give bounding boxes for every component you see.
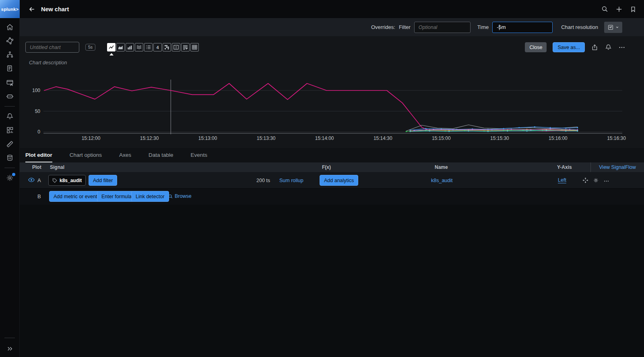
svg-text:15:15:30: 15:15:30 [490,135,509,141]
chart-type-heatmap[interactable] [163,43,171,51]
chart-type-event-feed[interactable] [172,43,180,51]
chevrons-right-icon [6,345,14,353]
selected-type-caret [109,53,114,55]
arrow-left-icon [28,5,36,13]
metrics-ruler-icon[interactable] [0,137,20,151]
bookmark-icon[interactable] [630,6,637,13]
page-title: New chart [41,6,69,12]
col-signal: Signal [50,164,64,170]
browse-search-icon [168,194,173,199]
signal-pill-k8s-audit[interactable]: k8s_audit [48,175,86,186]
chart-title-input[interactable] [25,42,79,53]
resolution-badge: 5s [85,44,95,51]
add-metric-or-event-button[interactable]: Add metric or event [49,191,101,202]
add-filter-button[interactable]: Add filter [89,175,117,186]
plot-name-link[interactable]: k8s_audit [431,178,453,183]
rum-icon[interactable] [0,76,20,90]
link-detector-button[interactable]: Link detector [131,191,169,202]
svg-text:15:13:30: 15:13:30 [257,135,276,141]
dashboards-icon[interactable] [0,123,20,137]
col-y-axis: Y-Axis [557,164,572,170]
chart-description-input[interactable]: Chart description [29,60,67,66]
app-root: splunk> New chart [0,0,644,357]
data-management-icon[interactable] [0,151,20,165]
chart-type-table[interactable] [190,43,199,51]
save-as-button[interactable]: Save as... [553,42,585,52]
rollup-link[interactable]: Sum rollup [279,178,303,183]
y-axis-link[interactable]: Left [558,177,566,183]
splunk-logo[interactable]: splunk> [0,0,20,18]
tab-axes[interactable]: Axes [119,148,131,162]
svg-text:15:14:30: 15:14:30 [374,135,392,141]
svg-text:15:12:00: 15:12:00 [82,135,101,141]
settings-gear-icon[interactable] [0,171,20,185]
plot-row-a: A k8s_audit Add filter 200 ts Sum rollup… [20,172,644,189]
overrides-label: Overrides: [371,24,395,30]
overrides-bar: Overrides: Filter Time Chart resolution [20,18,644,36]
main-content: Overrides: Filter Time Chart resolution … [20,18,644,357]
filter-input[interactable] [414,22,471,33]
search-icon[interactable] [601,5,609,13]
tab-events[interactable]: Events [191,148,207,162]
time-label: Time [477,24,489,30]
chart-panel: 5s [20,36,644,148]
move-plot-icon[interactable] [582,177,589,184]
visibility-eye-icon[interactable] [28,177,35,183]
tag-icon [52,178,57,183]
home-icon[interactable] [0,20,20,34]
chevron-down-icon [615,25,619,29]
plus-icon[interactable] [615,5,623,13]
row-more-options-icon[interactable] [603,178,609,184]
chart-type-text-note[interactable] [181,43,190,51]
chart-plot-area[interactable]: 05010015:12:0015:12:3015:13:0015:13:3015… [25,74,628,144]
tab-plot-editor[interactable]: Plot editor [25,148,52,162]
svg-text:15:16:30: 15:16:30 [607,135,626,141]
topnav-actions [601,5,637,13]
chart-type-list[interactable] [144,43,153,51]
chart-type-histogram[interactable] [135,43,143,51]
tab-data-table[interactable]: Data table [149,148,173,162]
alerts-bell-icon[interactable] [0,109,20,123]
signal-tag-label: k8s_audit [60,178,82,183]
back-button[interactable] [28,5,36,13]
chart-type-line[interactable] [107,43,116,51]
log-observer-icon[interactable] [0,62,20,76]
more-options-icon[interactable] [618,44,625,51]
resolution-chart-icon [607,24,614,31]
infrastructure-icon[interactable] [0,48,20,62]
chart-type-toolbar: 4 [107,43,199,51]
close-button[interactable]: Close [525,42,547,52]
text-caret [499,25,500,30]
filter-label: Filter [399,24,411,30]
svg-text:15:14:00: 15:14:00 [315,135,334,141]
enter-formula-button[interactable]: Enter formula [97,191,136,202]
apm-icon[interactable] [0,34,20,48]
timeseries-count: 200 ts [256,178,270,183]
svg-text:4: 4 [157,45,159,50]
tab-chart-options[interactable]: Chart options [70,148,102,162]
svg-text:15:13:00: 15:13:00 [198,135,217,141]
plot-config-gear-icon[interactable] [593,177,599,183]
svg-text:50: 50 [35,109,41,114]
left-sidebar [0,18,20,357]
plot-table-header: Plot Signal F(x) Name Y-Axis View Signal… [20,162,644,172]
share-icon[interactable] [591,43,599,51]
sidebar-collapse-button[interactable] [0,341,20,356]
browse-link[interactable]: Browse [168,193,192,199]
synthetics-icon[interactable] [0,90,20,104]
svg-text:100: 100 [32,88,40,93]
splunk-logo-text: splunk> [1,7,19,12]
editor-tabs: Plot editor Chart options Axes Data tabl… [20,148,644,162]
alert-bell-icon[interactable] [605,43,612,51]
chart-type-column[interactable] [126,43,134,51]
plot-letter-b: B [37,193,41,199]
time-input[interactable] [492,22,553,33]
svg-text:15:16:00: 15:16:00 [549,135,568,141]
chart-resolution-dropdown[interactable] [604,22,622,33]
chart-type-single-value[interactable]: 4 [153,43,162,51]
svg-text:15:15:00: 15:15:00 [432,135,451,141]
settings-notification-dot [12,173,15,176]
chart-type-area[interactable] [116,43,125,51]
view-signalflow-link[interactable]: View SignalFlow [590,162,644,172]
add-analytics-button[interactable]: Add analytics [320,175,358,186]
